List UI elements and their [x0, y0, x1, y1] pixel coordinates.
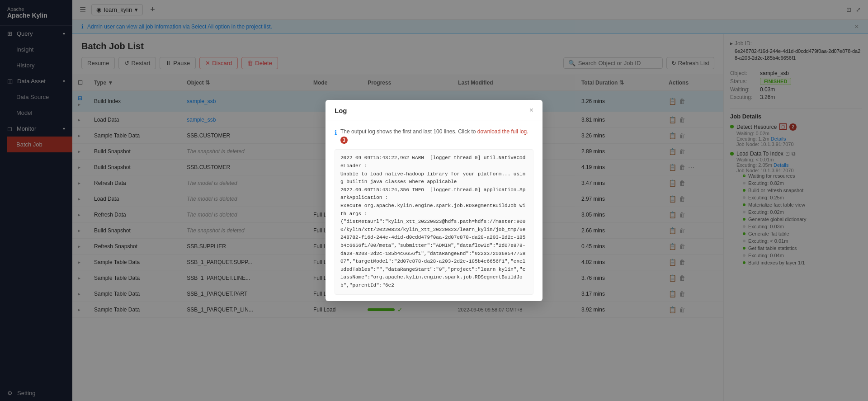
modal-info-text: ℹ The output log shows the first and las…: [335, 127, 533, 144]
modal-overlay[interactable]: Log × ℹ The output log shows the first a…: [0, 0, 868, 401]
modal-title: Log: [335, 107, 347, 114]
modal-close-button[interactable]: ×: [529, 106, 533, 114]
log-badge-number: 3: [340, 137, 348, 144]
modal-body: ℹ The output log shows the first and las…: [326, 121, 542, 301]
log-content[interactable]: 2022-09-09T15:43:22,962 WARN [logger-thr…: [335, 149, 533, 294]
modal-header: Log ×: [326, 100, 542, 121]
modal-info-main: The output log shows the first and last …: [340, 127, 533, 144]
log-modal: Log × ℹ The output log shows the first a…: [326, 100, 542, 301]
info-circle-icon: ℹ: [335, 128, 337, 137]
modal-info-prefix: The output log shows the first and last …: [340, 128, 476, 135]
download-link[interactable]: download the full log.: [477, 128, 528, 135]
